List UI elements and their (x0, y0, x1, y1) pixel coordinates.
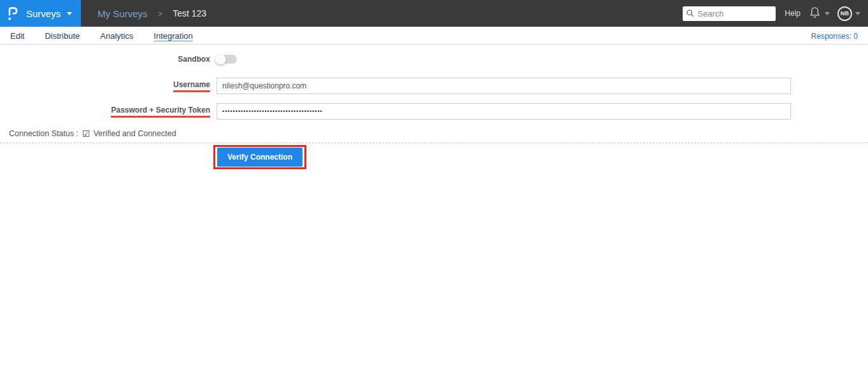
account-menu[interactable]: NB (837, 6, 860, 21)
dashed-divider (0, 142, 868, 143)
responses-count[interactable]: Responses: 0 (811, 31, 858, 41)
integration-settings-panel: Sandbox Username Password + Security Tok… (0, 45, 868, 169)
verify-button-row: Verify Connection (0, 145, 868, 169)
help-link[interactable]: Help (785, 9, 800, 18)
product-switcher[interactable]: Surveys (0, 0, 81, 27)
username-label-wrap: Username (0, 80, 210, 92)
questionpro-logo-icon (8, 6, 18, 21)
survey-tabbar: Edit Distribute Analytics Integration Re… (0, 27, 868, 45)
verify-connection-button[interactable]: Verify Connection (217, 148, 302, 167)
tab-analytics[interactable]: Analytics (100, 30, 133, 41)
toggle-knob (215, 54, 226, 65)
password-row: Password + Security Token (0, 103, 868, 120)
sandbox-toggle[interactable] (217, 55, 237, 64)
password-label: Password + Security Token (111, 106, 210, 118)
breadcrumb-separator-icon: > (158, 9, 163, 18)
connection-status-value: Verified and Connected (94, 129, 176, 138)
chevron-down-icon (855, 12, 860, 15)
password-field[interactable] (217, 103, 791, 120)
checked-checkbox-icon: ☑ (82, 128, 90, 139)
avatar: NB (837, 6, 852, 21)
breadcrumb-current-survey: Test 123 (173, 8, 206, 18)
product-label: Surveys (26, 8, 60, 19)
annotation-highlight-box: Verify Connection (213, 145, 306, 169)
bell-icon (808, 6, 822, 22)
breadcrumb-my-surveys[interactable]: My Surveys (97, 8, 147, 19)
connection-status-label: Connection Status : (9, 129, 78, 138)
notifications-menu[interactable] (808, 6, 830, 22)
tab-edit[interactable]: Edit (10, 30, 24, 41)
tab-distribute[interactable]: Distribute (45, 30, 80, 41)
username-field[interactable] (217, 78, 791, 94)
username-row: Username (0, 78, 868, 94)
tab-integration[interactable]: Integration (153, 30, 192, 41)
search-input[interactable] (683, 6, 776, 21)
sandbox-row: Sandbox (0, 55, 868, 64)
navbar-right-group: Help NB (683, 6, 868, 22)
password-label-wrap: Password + Security Token (0, 106, 210, 118)
search-icon (686, 9, 695, 20)
search-box (683, 6, 776, 21)
breadcrumb: My Surveys > Test 123 (97, 8, 206, 19)
connection-status-row: Connection Status : ☑ Verified and Conne… (0, 128, 868, 139)
sandbox-label: Sandbox (0, 55, 210, 64)
chevron-down-icon (67, 12, 72, 15)
username-label: Username (173, 80, 210, 92)
top-navbar: Surveys My Surveys > Test 123 Help (0, 0, 868, 27)
chevron-down-icon (825, 12, 830, 15)
